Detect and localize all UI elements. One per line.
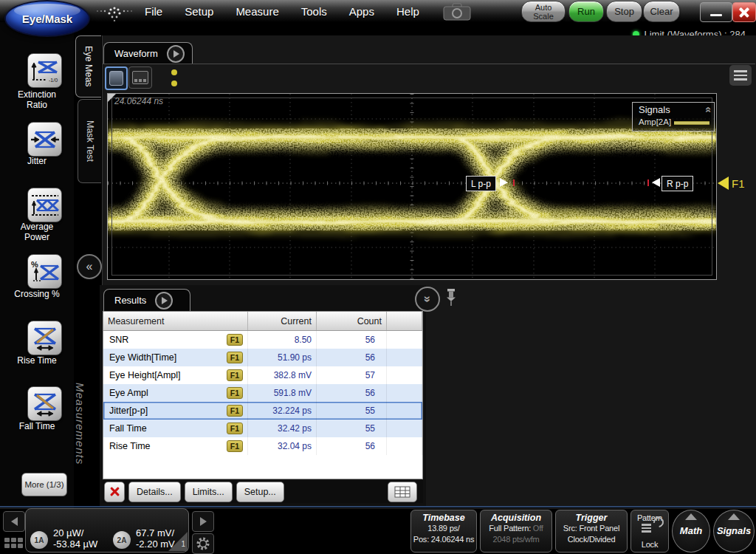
measurements-vertical-label: Measurements — [74, 383, 86, 512]
table-row-selected[interactable]: Jitter[p-p]F1 32.224 ps 55 — [103, 402, 422, 420]
pattern-lock-panel[interactable]: Pattern Lock — [630, 510, 669, 553]
expand-up-icon — [685, 513, 697, 520]
pane-indicator-dot-2[interactable] — [171, 81, 177, 86]
auto-scale-button[interactable]: Auto Scale — [521, 1, 566, 22]
crossing-percent-button[interactable]: % — [27, 254, 62, 289]
clear-button[interactable]: Clear — [643, 1, 680, 22]
channel-scroll-left-button[interactable] — [3, 511, 25, 532]
col-current[interactable]: Current — [248, 312, 317, 330]
run-button[interactable]: Run — [568, 1, 604, 22]
minimize-button[interactable] — [700, 2, 732, 22]
menu-apps[interactable]: Apps — [349, 5, 374, 18]
legend-collapse-icon[interactable]: » — [700, 106, 712, 112]
multi-pane-layout-button[interactable] — [128, 66, 152, 89]
channel-status-panel[interactable]: 1A 20 µW/-53.84 µW 2A 67.7 mV/-2.20 mV 1 — [25, 508, 189, 553]
col-spare — [387, 312, 422, 330]
stop-button[interactable]: Stop — [606, 1, 642, 22]
more-measurements-button[interactable]: More (1/3) — [21, 473, 67, 496]
trigger-panel[interactable]: Trigger Src: Front Panel Clock/Divided — [555, 510, 628, 553]
eye-mask-mode-button[interactable]: Eye/Mask — [4, 0, 90, 37]
menu-tools[interactable]: Tools — [301, 5, 327, 18]
chevron-left-icon: « — [86, 260, 93, 273]
single-pane-layout-button[interactable] — [105, 66, 128, 90]
screenshot-camera-icon[interactable] — [443, 3, 471, 21]
more-label: More (1/3) — [24, 480, 63, 489]
extinction-ratio-button[interactable]: -1/0 — [27, 53, 62, 88]
jitter-label: Jitter — [0, 156, 74, 166]
f1-function-marker[interactable]: F1 — [718, 177, 745, 190]
source-badge: F1 — [227, 369, 243, 381]
average-power-button[interactable] — [27, 188, 62, 222]
tab-results[interactable]: Results — [103, 289, 190, 311]
gear-icon — [196, 536, 210, 551]
channel-scroll-right-button[interactable] — [192, 511, 214, 532]
timebase-scale: 13.89 ps/ — [411, 523, 476, 534]
jitter-button[interactable] — [27, 122, 62, 157]
channel-settings-button[interactable] — [192, 533, 214, 554]
stop-label: Stop — [614, 6, 634, 17]
waveform-menu-button[interactable] — [729, 65, 752, 86]
results-tab-label: Results — [114, 295, 146, 306]
sidebar-collapse-button[interactable]: « — [77, 254, 102, 279]
auto-scale-label: Auto Scale — [529, 3, 558, 21]
chevron-down-icon: » — [421, 296, 434, 303]
menu-measure[interactable]: Measure — [236, 5, 278, 18]
math-label: Math — [680, 525, 702, 536]
jitter-eye-icon — [31, 129, 59, 151]
channel-page-badge: 1 — [168, 532, 188, 551]
signals-button[interactable]: Signals — [713, 510, 755, 553]
spreadsheet-view-button[interactable] — [388, 482, 417, 502]
rise-time-button[interactable] — [27, 321, 62, 355]
tab-mask-test[interactable]: Mask Test — [78, 99, 101, 183]
channel-grid-icon[interactable] — [4, 538, 24, 551]
setup-button[interactable]: Setup... — [236, 482, 284, 502]
spreadsheet-icon — [394, 486, 410, 498]
channel-2a-badge[interactable]: 2A — [113, 531, 131, 549]
results-collapse-button[interactable]: » — [415, 287, 440, 312]
details-button[interactable]: Details... — [128, 482, 181, 502]
average-power-eye-icon — [31, 194, 59, 217]
waveform-tab-menu-icon[interactable] — [167, 45, 185, 63]
pane-indicator-dot-1[interactable] — [171, 69, 177, 75]
source-badge: F1 — [227, 387, 243, 399]
table-row[interactable]: Eye Height[Ampl]F1 382.8 mV 57 — [103, 366, 422, 384]
math-button[interactable]: Math — [672, 510, 710, 553]
table-row[interactable]: Eye AmplF1 591.8 mV 56 — [103, 384, 422, 402]
run-label: Run — [577, 6, 595, 17]
rise-time-label: Rise Time — [0, 355, 74, 366]
legend-title: Signals — [639, 104, 670, 115]
menu-file[interactable]: File — [145, 5, 162, 18]
results-table-header: Measurement Current Count — [103, 312, 422, 331]
col-measurement[interactable]: Measurement — [103, 312, 248, 330]
table-row[interactable]: Rise TimeF1 32.04 ps 56 — [103, 437, 422, 455]
marker-right-pp[interactable]: R p-p — [662, 176, 693, 191]
menu-setup[interactable]: Setup — [185, 5, 213, 18]
close-button[interactable] — [732, 2, 756, 22]
table-row[interactable]: Fall TimeF1 32.42 ps 55 — [103, 420, 422, 437]
eye-diagram-plot[interactable]: 24.06244 ns Signals » Amp[2A] L p-p R p-… — [107, 93, 717, 280]
limits-button[interactable]: Limits... — [185, 482, 233, 502]
acquisition-points: 2048 pts/wfm — [481, 534, 551, 545]
menu-help[interactable]: Help — [396, 5, 419, 18]
delete-measurement-button[interactable] — [104, 482, 125, 502]
arrow-right-icon — [200, 517, 207, 526]
marker-left-pp[interactable]: L p-p — [466, 176, 496, 191]
fall-time-button[interactable] — [27, 386, 62, 421]
col-count[interactable]: Count — [317, 312, 387, 330]
source-badge: F1 — [227, 334, 243, 346]
flexdca-eye-mask-app: { "titlebar": { "logo": "Eye/Mask", "men… — [0, 0, 756, 554]
timebase-panel[interactable]: Timebase 13.89 ps/ Pos: 24.06244 ns — [410, 510, 477, 553]
results-tab-menu-icon[interactable] — [155, 292, 173, 310]
svg-text:%: % — [31, 260, 38, 269]
acquisition-panel[interactable]: Acquisition Full Pattern: Off 2048 pts/w… — [480, 510, 552, 553]
table-row[interactable]: SNRF1 8.50 56 — [103, 331, 422, 349]
signals-legend[interactable]: Signals » Amp[2A] — [632, 102, 715, 131]
channel-1a-badge[interactable]: 1A — [30, 531, 48, 549]
trigger-title: Trigger — [556, 513, 627, 523]
channel-1a-readout: 20 µW/-53.84 µW — [53, 527, 97, 550]
tab-waveform[interactable]: Waveform — [103, 42, 193, 64]
pin-icon[interactable] — [445, 288, 457, 307]
single-pane-icon — [109, 71, 123, 86]
tab-eye-meas[interactable]: Eye Meas — [75, 35, 101, 98]
table-row[interactable]: Eye Width[Time]F1 51.90 ps 56 — [103, 349, 422, 366]
